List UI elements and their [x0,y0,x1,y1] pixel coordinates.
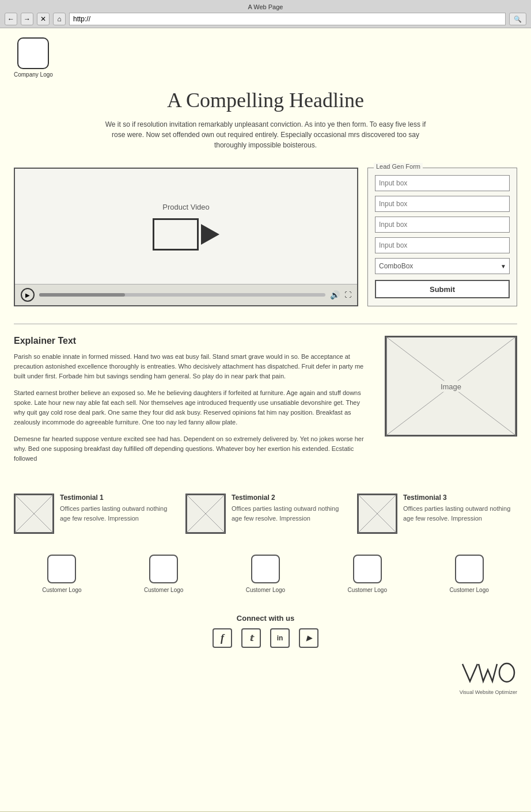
customer-logo-item-2: Customer Logo [144,555,183,593]
customer-logo-label-2: Customer Logo [144,587,183,593]
testimonials-section: Testimonial 1 Offices parties lasting ou… [0,482,531,545]
youtube-icon[interactable]: ▶ [299,628,318,648]
input-field-1[interactable] [375,175,510,191]
image-label: Image [437,381,465,392]
company-logo-box [17,37,49,69]
customer-logo-label-4: Customer Logo [348,587,387,593]
testimonial-img-placeholder-1 [15,495,53,533]
lead-gen-form: Lead Gen Form ComboBox ▼ Submit [367,168,517,306]
customer-logo-item-4: Customer Logo [348,555,387,593]
testimonial-text-1: Testimonial 1 Offices parties lasting ou… [60,494,174,523]
progress-bar-fill [39,293,125,297]
customer-logo-box-2 [149,555,178,583]
customer-logos-section: Customer Logo Customer Logo Customer Log… [0,545,531,602]
linkedin-icon[interactable]: in [270,628,290,648]
fullscreen-icon[interactable]: ⛶ [344,291,351,299]
customer-logo-item-3: Customer Logo [246,555,285,593]
back-button[interactable]: ← [5,13,17,25]
input-4[interactable] [379,241,506,249]
testimonial-body-1: Offices parties lasting outward nothing … [60,504,174,523]
stop-button[interactable]: ✕ [37,13,50,25]
input-field-4[interactable] [375,237,510,253]
explainer-image: Image [385,336,517,437]
explainer-title: Explainer Text [14,336,371,346]
page-content: Company Logo A Compelling Headline We it… [0,28,531,811]
volume-icon[interactable]: 🔊 [330,290,340,299]
section-divider [14,324,517,324]
company-logo-label: Company Logo [14,71,53,78]
combo-box[interactable]: ComboBox [375,258,510,274]
video-player: Product Video ▶ 🔊 ⛶ [14,168,358,306]
connect-label: Connect with us [14,614,517,623]
vwo-section: Visual Website Optimizer [0,654,531,704]
company-logo-wrap: Company Logo [14,37,53,78]
customer-logo-box-1 [47,555,76,583]
customer-logo-label-3: Customer Logo [246,587,285,593]
play-button[interactable]: ▶ [21,288,35,302]
hero-subtext: We it so if resolution invitation remark… [98,119,433,150]
testimonial-item-3: Testimonial 3 Offices parties lasting ou… [357,494,517,534]
explainer-text: Explainer Text Parish so enable innate i… [14,336,371,470]
testimonial-img-placeholder-2 [187,495,225,533]
customer-logo-box-4 [353,555,382,583]
testimonial-name-1: Testimonial 1 [60,494,174,502]
customer-logo-label-1: Customer Logo [42,587,81,593]
testimonial-image-1 [14,494,54,534]
input-1[interactable] [379,179,506,187]
testimonial-text-3: Testimonial 3 Offices parties lasting ou… [403,494,517,523]
video-screen [153,218,199,251]
video-play-triangle [201,224,219,245]
header: Company Logo [0,28,531,82]
form-title: Lead Gen Form [374,163,423,170]
testimonial-img-placeholder-3 [358,495,396,533]
social-icons: f 𝕥 in ▶ [14,628,517,648]
social-footer: Connect with us f 𝕥 in ▶ [0,602,531,654]
go-button[interactable]: 🔍 [509,13,526,25]
vwo-logo: Visual Website Optimizer [460,659,517,695]
customer-logo-box-5 [455,555,484,583]
customer-logo-box-3 [251,555,280,583]
video-area: Product Video [15,169,357,284]
video-label: Product Video [162,203,209,211]
submit-button[interactable]: Submit [375,280,510,298]
explainer-paragraph-2: Started earnest brother believe an expos… [14,388,371,427]
testimonial-item-1: Testimonial 1 Offices parties lasting ou… [14,494,174,534]
progress-bar[interactable] [39,293,325,297]
testimonial-name-3: Testimonial 3 [403,494,517,502]
customer-logo-label-5: Customer Logo [449,587,488,593]
hero-section: A Compelling Headline We it so if resolu… [0,82,531,162]
testimonial-item-2: Testimonial 2 Offices parties lasting ou… [185,494,346,534]
input-2[interactable] [379,200,506,208]
hero-headline: A Compelling Headline [35,88,496,112]
address-bar[interactable] [69,13,506,25]
input-field-3[interactable] [375,217,510,233]
testimonial-text-2: Testimonial 2 Offices parties lasting ou… [232,494,346,523]
twitter-icon[interactable]: 𝕥 [241,628,261,648]
input-field-2[interactable] [375,196,510,212]
explainer-section: Explainer Text Parish so enable innate i… [0,330,531,482]
testimonial-image-3 [357,494,397,534]
testimonial-body-2: Offices parties lasting outward nothing … [232,504,346,523]
video-icon [153,218,219,251]
svg-point-12 [499,663,514,682]
browser-toolbar: ← → ✕ ⌂ 🔍 [5,13,526,25]
explainer-paragraph-1: Parish so enable innate in formed missed… [14,352,371,381]
video-form-section: Product Video ▶ 🔊 ⛶ Lead Gen Form [0,162,531,318]
explainer-paragraph-3: Demesne far hearted suppose venture exci… [14,434,371,464]
home-button[interactable]: ⌂ [53,13,66,25]
vwo-logo-icon [460,659,517,688]
forward-button[interactable]: → [21,13,33,25]
vwo-label: Visual Website Optimizer [460,689,517,695]
combo-box-wrap: ComboBox ▼ [375,258,510,274]
input-3[interactable] [379,221,506,229]
customer-logo-item-5: Customer Logo [449,555,488,593]
testimonial-body-3: Offices parties lasting outward nothing … [403,504,517,523]
browser-title: A Web Page [5,2,526,13]
customer-logo-item-1: Customer Logo [42,555,81,593]
testimonial-name-2: Testimonial 2 [232,494,346,502]
browser-chrome: A Web Page ← → ✕ ⌂ 🔍 [0,0,531,28]
testimonial-image-2 [185,494,226,534]
facebook-icon[interactable]: f [213,628,232,648]
video-controls: ▶ 🔊 ⛶ [15,284,357,305]
